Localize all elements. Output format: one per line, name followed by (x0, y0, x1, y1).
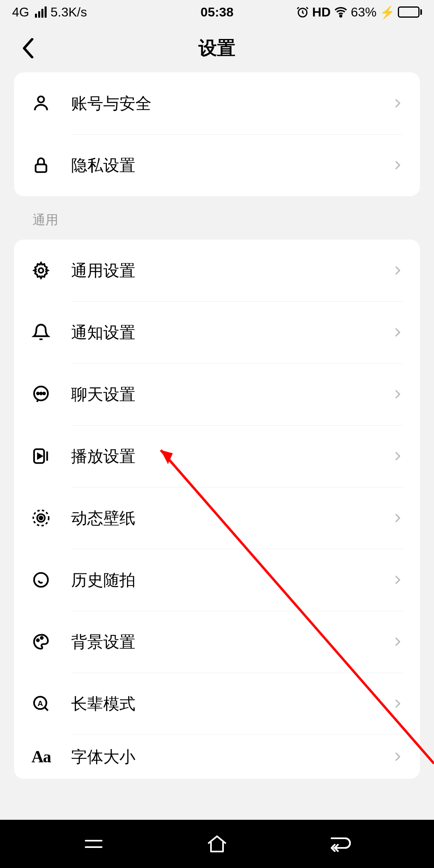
chevron-right-icon (393, 327, 403, 338)
hd-label: HD (312, 5, 331, 20)
row-playback-settings[interactable]: 播放设置 (14, 425, 420, 487)
network-speed: 5.3K/s (51, 5, 87, 20)
status-right: HD 63% ⚡ (296, 5, 422, 20)
lock-icon (31, 155, 51, 175)
row-live-wallpaper[interactable]: 动态壁纸 (14, 487, 420, 549)
status-time: 05:38 (201, 5, 233, 20)
chevron-right-icon (393, 698, 403, 709)
row-notification-settings[interactable]: 通知设置 (14, 301, 420, 363)
row-label: 长辈模式 (71, 693, 393, 715)
row-label: 聊天设置 (71, 383, 393, 405)
svg-point-2 (38, 96, 44, 102)
bell-icon (31, 322, 51, 342)
play-icon (31, 446, 51, 466)
row-label: 背景设置 (71, 631, 393, 653)
chevron-right-icon (393, 751, 403, 762)
clock-icon (31, 570, 51, 590)
nav-home-button[interactable] (201, 832, 233, 856)
chat-icon (31, 384, 51, 404)
svg-point-4 (39, 268, 43, 273)
chevron-right-icon (393, 160, 403, 170)
page-title: 设置 (199, 36, 235, 61)
row-account-security[interactable]: 账号与安全 (14, 72, 420, 134)
row-background-settings[interactable]: 背景设置 (14, 611, 420, 673)
row-label: 通知设置 (71, 321, 393, 344)
row-font-size[interactable]: Aa 字体大小 (14, 735, 420, 779)
chevron-right-icon (393, 513, 403, 523)
row-elder-mode[interactable]: A 长辈模式 (14, 673, 420, 735)
svg-point-7 (40, 393, 42, 395)
svg-rect-3 (36, 164, 47, 172)
back-button[interactable] (12, 32, 44, 64)
chevron-right-icon (393, 575, 403, 585)
row-history-snapshot[interactable]: 历史随拍 (14, 549, 420, 611)
svg-point-15 (41, 637, 43, 639)
chevron-right-icon (393, 265, 403, 276)
status-bar: 4G 5.3K/s 05:38 HD 63% ⚡ (0, 0, 434, 24)
row-privacy[interactable]: 隐私设置 (14, 134, 420, 196)
chevron-right-icon (393, 98, 403, 108)
row-label: 通用设置 (71, 260, 393, 282)
charging-icon: ⚡ (380, 5, 395, 19)
row-chat-settings[interactable]: 聊天设置 (14, 363, 420, 425)
row-general-settings[interactable]: 通用设置 (14, 240, 420, 301)
svg-point-6 (37, 393, 39, 395)
user-icon (31, 93, 51, 113)
row-label: 历史随拍 (71, 569, 393, 591)
network-label: 4G (12, 5, 29, 20)
signal-icon (35, 6, 47, 18)
system-nav-bar (0, 820, 434, 868)
alarm-icon (296, 6, 309, 18)
battery-percent: 63% (351, 5, 377, 20)
nav-recent-button[interactable] (78, 832, 110, 856)
live-wallpaper-icon (31, 508, 51, 528)
svg-point-13 (34, 573, 48, 587)
chevron-left-icon (22, 38, 34, 58)
settings-group-general: 通用设置 通知设置 聊天设置 播放设置 (14, 240, 420, 779)
chevron-right-icon (393, 389, 403, 399)
row-label: 隐私设置 (71, 154, 393, 176)
font-size-icon: Aa (31, 747, 51, 767)
gear-icon (31, 260, 51, 280)
row-label: 账号与安全 (71, 92, 393, 115)
status-left: 4G 5.3K/s (12, 5, 87, 20)
battery-icon (398, 6, 422, 18)
chevron-right-icon (393, 451, 403, 461)
svg-point-12 (39, 516, 43, 520)
settings-group-account: 账号与安全 隐私设置 (14, 72, 420, 196)
svg-point-8 (43, 393, 45, 395)
svg-point-14 (37, 639, 39, 641)
row-label: 字体大小 (71, 746, 393, 768)
page-header: 设置 (0, 24, 434, 72)
nav-back-button[interactable] (324, 832, 356, 856)
svg-text:A: A (37, 699, 43, 708)
svg-point-1 (340, 15, 342, 17)
wifi-icon (334, 5, 348, 19)
chevron-right-icon (393, 637, 403, 647)
palette-icon (31, 632, 51, 652)
row-label: 播放设置 (71, 445, 393, 467)
row-label: 动态壁纸 (71, 507, 393, 529)
section-header-general: 通用 (14, 196, 420, 240)
magnify-a-icon: A (31, 694, 51, 714)
